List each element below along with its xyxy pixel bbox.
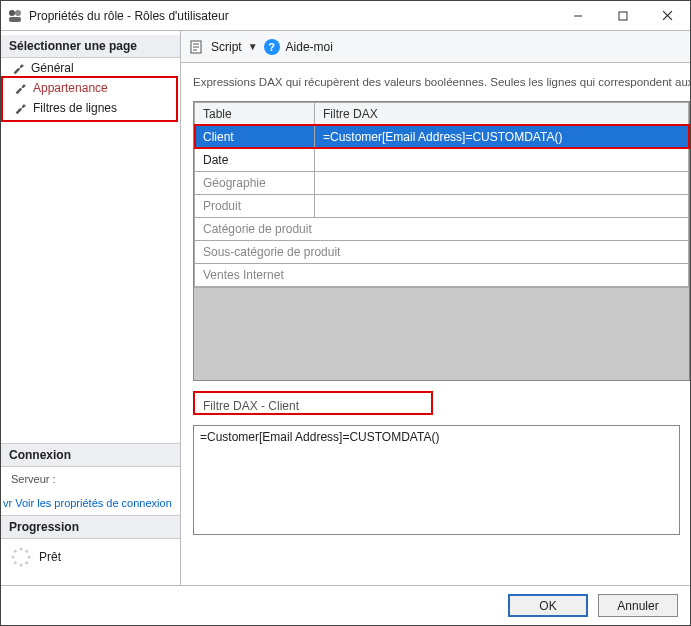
table-row[interactable]: Catégorie de produit bbox=[195, 217, 689, 240]
description-text: Expressions DAX qui récupèrent des valeu… bbox=[193, 75, 690, 91]
col-filter-header[interactable]: Filtre DAX bbox=[315, 102, 689, 125]
row-filter-cell[interactable] bbox=[315, 194, 689, 217]
svg-point-11 bbox=[20, 564, 23, 567]
wrench-icon bbox=[11, 61, 25, 75]
table-row[interactable]: Géographie bbox=[195, 171, 689, 194]
connection-body: Serveur : bbox=[1, 467, 180, 491]
close-button[interactable] bbox=[645, 1, 690, 30]
sidebar-item-general[interactable]: Général bbox=[1, 58, 180, 78]
chevron-down-icon[interactable]: ▼ bbox=[248, 41, 258, 52]
row-table-cell[interactable]: Produit bbox=[195, 194, 315, 217]
filter-grid[interactable]: Table Filtre DAX Client =Customer[Email … bbox=[194, 102, 689, 287]
select-page-header: Sélectionner une page bbox=[1, 35, 180, 58]
svg-point-13 bbox=[12, 556, 15, 559]
role-properties-window: Propriétés du rôle - Rôles d'utilisateur… bbox=[0, 0, 691, 626]
progress-body: Prêt bbox=[1, 539, 180, 581]
dax-expression-editor[interactable]: =Customer[Email Address]=CUSTOMDATA() bbox=[193, 425, 680, 535]
sidebar-item-membership[interactable]: Appartenance bbox=[3, 78, 176, 98]
sidebar-item-label: Filtres de lignes bbox=[33, 101, 117, 115]
window-icon bbox=[7, 8, 23, 24]
svg-point-9 bbox=[28, 556, 31, 559]
title-bar: Propriétés du rôle - Rôles d'utilisateur bbox=[1, 1, 690, 31]
progress-header: Progression bbox=[1, 515, 180, 539]
wrench-icon bbox=[13, 81, 27, 95]
dax-label-prefix: Filtre DAX - bbox=[203, 399, 268, 413]
progress-status: Prêt bbox=[39, 550, 61, 564]
help-link[interactable]: Aide-moi bbox=[286, 40, 333, 54]
row-table-cell[interactable]: Géographie bbox=[195, 171, 315, 194]
help-icon[interactable]: ? bbox=[264, 39, 280, 55]
view-connection-properties-link[interactable]: vr Voir les propriétés de connexion bbox=[1, 491, 180, 515]
grid-empty-area bbox=[194, 287, 689, 380]
row-table-cell[interactable]: Sous-catégorie de produit bbox=[195, 240, 689, 263]
svg-point-0 bbox=[9, 10, 15, 16]
svg-point-10 bbox=[25, 561, 28, 564]
cancel-button[interactable]: Annuler bbox=[598, 594, 678, 617]
main-panel: Script ▼ ? Aide-moi Expressions DAX qui … bbox=[181, 31, 690, 585]
spinner-icon bbox=[11, 547, 31, 567]
maximize-button[interactable] bbox=[600, 1, 645, 30]
svg-point-14 bbox=[14, 550, 17, 553]
svg-point-8 bbox=[25, 550, 28, 553]
row-table-cell[interactable]: Ventes Internet bbox=[195, 263, 689, 286]
table-row[interactable]: Client =Customer[Email Address]=CUSTOMDA… bbox=[195, 125, 689, 148]
table-row[interactable]: Ventes Internet bbox=[195, 263, 689, 286]
table-row[interactable]: Produit bbox=[195, 194, 689, 217]
sidebar: Sélectionner une page Général Appartenan… bbox=[1, 31, 181, 585]
dialog-footer: OK Annuler bbox=[1, 585, 690, 625]
svg-rect-2 bbox=[9, 17, 21, 22]
svg-point-1 bbox=[15, 10, 21, 16]
svg-point-7 bbox=[20, 548, 23, 551]
row-filter-cell[interactable] bbox=[315, 171, 689, 194]
server-label: Serveur : bbox=[11, 473, 170, 485]
minimize-button[interactable] bbox=[555, 1, 600, 30]
dax-filter-label: Filtre DAX - Client bbox=[203, 399, 299, 413]
window-body: Sélectionner une page Général Appartenan… bbox=[1, 31, 690, 585]
row-filter-cell[interactable] bbox=[315, 148, 689, 171]
row-table-cell[interactable]: Date bbox=[195, 148, 315, 171]
wrench-icon bbox=[13, 101, 27, 115]
table-row[interactable]: Date bbox=[195, 148, 689, 171]
sidebar-highlight: Appartenance Filtres de lignes bbox=[1, 76, 178, 122]
dax-label-table: Client bbox=[268, 399, 299, 413]
sidebar-item-label: Appartenance bbox=[33, 81, 108, 95]
window-controls bbox=[555, 1, 690, 30]
svg-rect-4 bbox=[619, 12, 627, 20]
dax-filter-label-box: Filtre DAX - Client bbox=[193, 391, 433, 415]
script-dropdown[interactable]: Script bbox=[211, 40, 242, 54]
script-icon bbox=[189, 39, 205, 55]
ok-button[interactable]: OK bbox=[508, 594, 588, 617]
filter-grid-container: Table Filtre DAX Client =Customer[Email … bbox=[193, 101, 690, 381]
row-filter-cell[interactable]: =Customer[Email Address]=CUSTOMDATA() bbox=[315, 125, 689, 148]
col-table-header[interactable]: Table bbox=[195, 102, 315, 125]
sidebar-item-row-filters[interactable]: Filtres de lignes bbox=[3, 98, 176, 118]
row-table-cell[interactable]: Catégorie de produit bbox=[195, 217, 689, 240]
row-table-cell[interactable]: Client bbox=[195, 125, 315, 148]
svg-point-12 bbox=[14, 561, 17, 564]
window-title: Propriétés du rôle - Rôles d'utilisateur bbox=[29, 9, 555, 23]
content-area: Expressions DAX qui récupèrent des valeu… bbox=[181, 63, 690, 585]
table-row[interactable]: Sous-catégorie de produit bbox=[195, 240, 689, 263]
toolbar: Script ▼ ? Aide-moi bbox=[181, 31, 690, 63]
connection-header: Connexion bbox=[1, 443, 180, 467]
sidebar-item-label: Général bbox=[31, 61, 74, 75]
